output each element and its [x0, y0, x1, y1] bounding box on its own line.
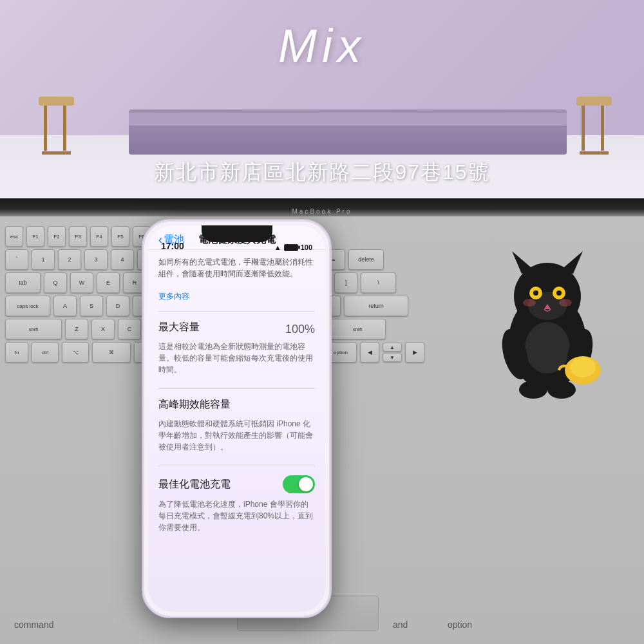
svg-point-8	[556, 290, 562, 296]
key-1[interactable]: 1	[32, 249, 55, 270]
key-f2[interactable]: F2	[48, 226, 66, 247]
key-delete[interactable]: delete	[348, 249, 384, 270]
svg-marker-3	[560, 251, 583, 274]
max-capacity-header: 最大容量 100%	[158, 321, 315, 338]
store-sign: Mix	[0, 19, 644, 72]
optimized-charging-toggle[interactable]	[283, 475, 315, 493]
key-x[interactable]: X	[91, 319, 115, 339]
key-c[interactable]: C	[118, 319, 141, 339]
key-q[interactable]: Q	[44, 272, 67, 293]
battery-percent: 100	[301, 243, 312, 251]
key-caps[interactable]: caps lock	[5, 296, 50, 316]
key-rbracket[interactable]: ]	[334, 272, 357, 293]
key-2[interactable]: 2	[58, 249, 81, 270]
key-command-left[interactable]: ⌘	[92, 342, 131, 363]
key-arrow-left[interactable]: ◀	[360, 342, 379, 363]
svg-point-6	[533, 290, 538, 296]
status-icons: ▲ 100	[274, 243, 312, 251]
toggle-row: 最佳化電池充電	[158, 475, 315, 493]
macbook-label: MacBook Pro	[292, 208, 352, 215]
settings-content: 如同所有的充電式電池，手機電池屬於消耗性組件，會隨著使用時間而逐漸降低效能。 更…	[148, 250, 325, 553]
key-backslash[interactable]: \	[361, 272, 396, 293]
key-s[interactable]: S	[80, 296, 103, 316]
divider-1	[158, 311, 315, 312]
key-ctrl[interactable]: ctrl	[32, 342, 59, 363]
max-capacity-section: 最大容量 100% 這是相較於電池為全新狀態時測量的電池容量。較低的容量可能會縮…	[158, 321, 315, 375]
key-f5[interactable]: F5	[111, 226, 129, 247]
key-z[interactable]: Z	[65, 319, 88, 339]
more-link[interactable]: 更多內容	[158, 292, 189, 301]
key-f1[interactable]: F1	[26, 226, 44, 247]
iphone-notch	[202, 225, 272, 242]
status-time: 17:00	[161, 241, 184, 251]
peak-performance-header: 高峰期效能容量	[158, 398, 315, 415]
divider-3	[158, 466, 315, 466]
key-3[interactable]: 3	[84, 249, 108, 270]
option-label: option	[448, 620, 472, 630]
key-shift-right[interactable]: shift	[329, 319, 386, 339]
svg-point-18	[559, 299, 572, 307]
key-arrow-up[interactable]: ▲	[383, 343, 402, 352]
store-display: Mix 新北市新店區北新路二段97巷15號	[0, 0, 644, 200]
and-label: and	[393, 620, 408, 630]
intro-section: 如同所有的充電式電池，手機電池屬於消耗性組件，會隨著使用時間而逐漸降低效能。 更…	[158, 256, 315, 302]
divider-2	[158, 388, 315, 389]
wifi-icon: ▲	[274, 243, 281, 251]
svg-point-15	[519, 381, 547, 399]
store-address: 新北市新店區北新路二段97巷15號	[0, 158, 644, 187]
peak-performance-title: 高峰期效能容量	[158, 398, 231, 412]
key-a[interactable]: A	[53, 296, 77, 316]
svg-point-16	[547, 381, 576, 399]
iphone-screen: 17:00 ▲ 100 ‹ 電池 電池健康度與充電 如同所有的充電式電池，手機電…	[148, 225, 325, 612]
key-f4[interactable]: F4	[90, 226, 108, 247]
key-arrow-down[interactable]: ▼	[383, 353, 402, 362]
key-arrow-right[interactable]: ▶	[405, 342, 424, 363]
svg-point-14	[570, 357, 596, 377]
key-shift-left[interactable]: shift	[5, 319, 62, 339]
cat-figurine	[489, 225, 605, 399]
key-esc[interactable]: esc	[5, 226, 23, 247]
key-d[interactable]: D	[106, 296, 129, 316]
key-f3[interactable]: F3	[69, 226, 87, 247]
toggle-knob	[299, 477, 313, 491]
key-return[interactable]: return	[344, 296, 408, 316]
peak-performance-section: 高峰期效能容量 內建動態軟體和硬體系統可抵銷因 iPhone 化學年齡增加，對執…	[158, 398, 315, 453]
max-capacity-desc: 這是相較於電池為全新狀態時測量的電池容量。較低的容量可能會縮短每次充電後的使用時…	[158, 341, 315, 375]
peak-performance-desc: 內建動態軟體和硬體系統可抵銷因 iPhone 化學年齡增加，對執行效能產生的影響…	[158, 418, 315, 453]
key-option[interactable]: ⌥	[62, 342, 89, 363]
optimized-charging-title: 最佳化電池充電	[158, 478, 231, 491]
optimized-charging-section: 最佳化電池充電 為了降低電池老化速度，iPhone 會學習你的每日充電模式，會暫…	[158, 475, 315, 533]
battery-icon	[284, 244, 298, 251]
max-capacity-value: 100%	[285, 323, 315, 336]
battery-fill	[285, 245, 297, 250]
svg-marker-2	[512, 251, 535, 274]
intro-text: 如同所有的充電式電池，手機電池屬於消耗性組件，會隨著使用時間而逐漸降低效能。	[158, 256, 315, 279]
max-capacity-title: 最大容量	[158, 321, 200, 334]
key-4[interactable]: 4	[111, 249, 134, 270]
key-e[interactable]: E	[97, 272, 120, 293]
key-fn[interactable]: fn	[5, 342, 28, 363]
key-backtick[interactable]: `	[5, 249, 28, 270]
iphone: 17:00 ▲ 100 ‹ 電池 電池健康度與充電 如同所有的充電式電池，手機電…	[142, 219, 332, 618]
svg-point-17	[523, 299, 536, 307]
key-tab[interactable]: tab	[5, 272, 41, 293]
macbook-hinge: MacBook Pro	[0, 198, 644, 216]
optimized-charging-desc: 為了降低電池老化速度，iPhone 會學習你的每日充電模式，會暫緩充電到80%以…	[158, 498, 315, 533]
command-label: command	[14, 620, 53, 630]
key-w[interactable]: W	[70, 272, 93, 293]
store-interior: Mix 新北市新店區北新路二段97巷15號	[0, 0, 644, 200]
